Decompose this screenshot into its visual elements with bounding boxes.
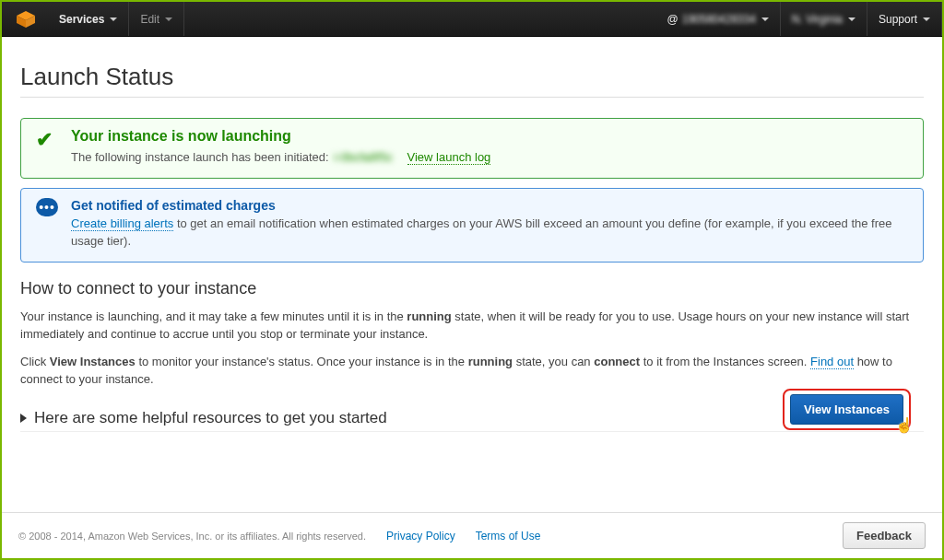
cursor-hand-icon: ☝ xyxy=(895,416,914,434)
nav-services[interactable]: Services xyxy=(48,2,129,36)
connect-paragraph-1: Your instance is launching, and it may t… xyxy=(20,308,924,344)
chat-icon: ••• xyxy=(36,198,58,216)
alert-launching-body: The following instance launch has been i… xyxy=(71,148,910,167)
chevron-down-icon xyxy=(923,18,930,21)
chevron-down-icon xyxy=(761,18,769,21)
nav-account[interactable]: @ 190580428334 xyxy=(656,2,781,36)
connect-heading: How to connect to your instance xyxy=(20,279,924,298)
account-id-masked: 190580428334 xyxy=(682,13,756,26)
terms-link[interactable]: Terms of Use xyxy=(476,530,541,542)
nav-edit-label: Edit xyxy=(140,13,159,26)
top-nav-left: Services Edit xyxy=(2,2,184,36)
alert-billing-body: Create billing alerts to get an email no… xyxy=(71,215,910,251)
cube-icon xyxy=(15,10,37,29)
aws-logo[interactable] xyxy=(2,2,48,36)
footer-copyright: © 2008 - 2014, Amazon Web Services, Inc.… xyxy=(18,531,366,542)
top-nav: Services Edit @ 190580428334 N. Virginia… xyxy=(2,2,942,37)
feedback-button[interactable]: Feedback xyxy=(843,522,926,549)
nav-support-label: Support xyxy=(879,13,917,26)
find-out-link[interactable]: Find out xyxy=(810,355,854,369)
main-content: Launch Status ✔ Your instance is now lau… xyxy=(2,37,942,432)
nav-services-label: Services xyxy=(59,13,104,26)
alert-launching: ✔ Your instance is now launching The fol… xyxy=(20,118,924,179)
region-masked: N. Virginia xyxy=(792,13,843,26)
view-instances-button[interactable]: View Instances xyxy=(790,394,903,425)
at-icon: @ xyxy=(667,13,678,26)
helpful-resources-label: Here are some helpful resources to get y… xyxy=(34,409,387,427)
view-instances-highlight: View Instances ☝ xyxy=(783,389,911,430)
alert-billing-title: Get notified of estimated charges xyxy=(71,198,910,213)
alert-billing-suffix: to get an email notification when estima… xyxy=(71,216,892,249)
create-billing-alerts-link[interactable]: Create billing alerts xyxy=(71,216,173,231)
nav-region[interactable]: N. Virginia xyxy=(781,2,867,36)
check-icon: ✔ xyxy=(36,128,53,152)
chevron-down-icon xyxy=(848,18,856,21)
nav-support[interactable]: Support xyxy=(867,2,942,36)
title-divider xyxy=(20,97,924,98)
page-title: Launch Status xyxy=(20,63,924,91)
alert-launching-title: Your instance is now launching xyxy=(71,128,910,145)
privacy-link[interactable]: Privacy Policy xyxy=(386,530,455,542)
view-launch-log-link[interactable]: View launch log xyxy=(407,150,491,165)
alert-billing: ••• Get notified of estimated charges Cr… xyxy=(20,188,924,262)
top-nav-right: @ 190580428334 N. Virginia Support xyxy=(656,2,942,36)
alert-launching-prefix: The following instance launch has been i… xyxy=(71,150,329,164)
nav-edit[interactable]: Edit xyxy=(129,2,184,36)
instance-id-masked: i-0bcfa8f5c xyxy=(334,150,393,164)
chevron-down-icon xyxy=(110,18,117,21)
chevron-down-icon xyxy=(165,18,172,21)
footer: © 2008 - 2014, Amazon Web Services, Inc.… xyxy=(2,512,942,558)
triangle-right-icon xyxy=(20,414,27,423)
connect-paragraph-2: Click View Instances to monitor your ins… xyxy=(20,353,924,389)
